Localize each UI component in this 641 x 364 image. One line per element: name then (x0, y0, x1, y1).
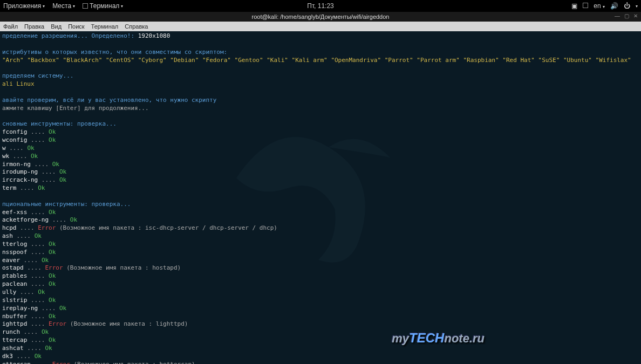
clock[interactable]: Пт, 11:23 (307, 2, 334, 10)
keyboard-layout[interactable]: en ▾ (594, 2, 605, 10)
tool-check-line: ireplay-ng .... Ok (2, 305, 639, 313)
menu-search[interactable]: Поиск (68, 23, 84, 30)
places-menu[interactable]: Места ▾ (52, 2, 75, 10)
gnome-top-panel: Приложения ▾ Места ▾ Терминал ▾ Пт, 11:2… (0, 0, 641, 12)
menu-terminal[interactable]: Терминал (91, 23, 119, 30)
tray-power-icon[interactable]: ⏻ (624, 2, 630, 10)
menu-help[interactable]: Справка (125, 23, 148, 30)
tool-check-line: runch .... Ok (2, 328, 639, 336)
kali-dragon-background (205, 96, 432, 301)
applications-menu[interactable]: Приложения ▾ (3, 2, 45, 10)
tray-system-menu[interactable]: ▾ (636, 4, 638, 9)
tool-check-line: ettercap .... Error (Возможное имя пакет… (2, 361, 639, 364)
menu-view[interactable]: Вид (51, 23, 62, 30)
tool-check-line: dk3 .... Ok (2, 353, 639, 361)
tray-volume-icon[interactable]: 🔊 (610, 2, 618, 10)
tool-check-line: ighttpd .... Error (Возможное имя пакета… (2, 320, 639, 328)
tray-workspace-icon[interactable] (583, 2, 588, 10)
tool-check-line: ttercap .... Ok (2, 336, 639, 345)
maximize-button[interactable]: ▢ (624, 13, 629, 19)
terminal-menu-bar: Файл Правка Вид Поиск Терминал Справка (0, 22, 641, 31)
close-button[interactable]: ✕ (633, 13, 638, 19)
tray-camera-icon[interactable]: ▣ (571, 2, 577, 10)
menu-file[interactable]: Файл (3, 23, 18, 30)
tool-check-line: ashcat .... Ok (2, 345, 639, 353)
watermark-logo: myTECHnote.ru (392, 329, 485, 347)
tool-check-line: nbuffer .... Ok (2, 313, 639, 321)
window-title: root@kali: /home/sanglyb/Документы/wifi/… (252, 13, 390, 20)
menu-edit[interactable]: Правка (24, 23, 44, 30)
minimize-button[interactable]: — (615, 13, 620, 19)
terminal-output[interactable]: пределение разрешения... Определено!: 19… (0, 31, 641, 362)
terminal-icon (83, 3, 88, 9)
terminal-launcher[interactable]: Терминал ▾ (83, 2, 123, 10)
window-title-bar[interactable]: root@kali: /home/sanglyb/Документы/wifi/… (0, 12, 641, 22)
